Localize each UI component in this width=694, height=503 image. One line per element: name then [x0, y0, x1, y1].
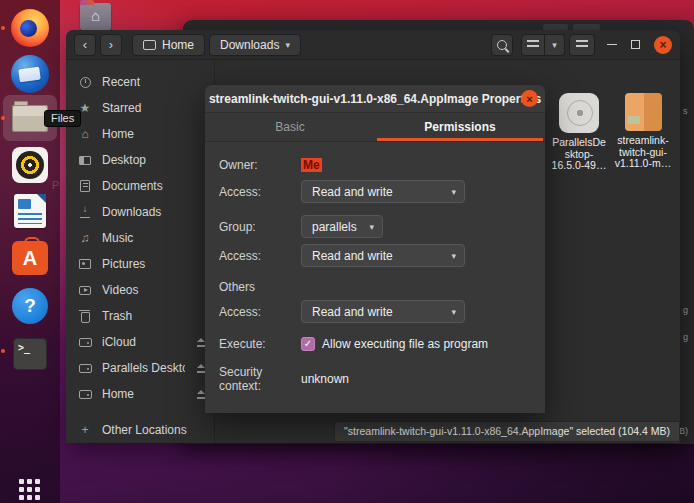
- owner-label: Owner:: [219, 158, 301, 172]
- path-home-button[interactable]: Home: [132, 34, 205, 56]
- clock-icon: [80, 77, 91, 88]
- view-toggle-group: ▾: [521, 34, 565, 56]
- owner-access-value: Read and write: [312, 185, 393, 199]
- forward-button[interactable]: ›: [100, 34, 122, 56]
- selection-status-bar: "streamlink-twitch-gui-v1.11.0-x86_64.Ap…: [334, 421, 680, 442]
- home-icon: ⌂: [78, 127, 92, 141]
- sidebar-item-documents[interactable]: Documents: [66, 173, 214, 199]
- execute-row: Execute: ✓ Allow executing file as progr…: [219, 337, 531, 351]
- sidebar-item-music[interactable]: ♫Music: [66, 225, 214, 251]
- chevron-down-icon: ▾: [285, 40, 290, 50]
- dock-item-libreoffice-writer[interactable]: [10, 191, 50, 231]
- tab-basic[interactable]: Basic: [205, 113, 375, 141]
- group-dropdown[interactable]: parallels ▾: [301, 215, 383, 238]
- dock-tooltip-files: Files: [44, 110, 81, 127]
- desktop-home-folder-icon[interactable]: [80, 3, 111, 30]
- owner-access-row: Access: Read and write ▾: [219, 180, 531, 203]
- show-applications-button[interactable]: [10, 470, 50, 503]
- list-view-button[interactable]: [521, 34, 545, 56]
- group-label: Group:: [219, 220, 301, 234]
- dialog-close-button[interactable]: ×: [521, 90, 538, 107]
- tab-permissions[interactable]: Permissions: [375, 113, 545, 141]
- file-label-line: v1.11.0-m…: [607, 158, 679, 170]
- sidebar-item-icloud[interactable]: iCloud: [66, 329, 214, 355]
- dock-item-firefox[interactable]: [10, 8, 50, 48]
- drive-icon: [79, 338, 92, 347]
- background-window-text-fragment: B): [679, 426, 688, 436]
- dialog-titlebar[interactable]: streamlink-twitch-gui-v1.11.0-x86_64.App…: [205, 85, 545, 113]
- sidebar-item-trash[interactable]: Trash: [66, 303, 214, 329]
- back-icon: ‹: [83, 37, 87, 52]
- sidebar-item-downloads[interactable]: Downloads: [66, 199, 214, 225]
- dock-item-terminal[interactable]: >_: [10, 334, 50, 374]
- rhythmbox-icon: [12, 147, 48, 183]
- drive-icon: [79, 390, 92, 399]
- execute-checkbox[interactable]: ✓: [301, 337, 315, 351]
- drive-icon: [79, 364, 92, 373]
- group-value: parallels: [312, 220, 357, 234]
- path-downloads-label: Downloads: [220, 38, 279, 52]
- group-row: Group: parallels ▾: [219, 215, 531, 238]
- file-item-streamlink-appimage[interactable]: streamlink- twitch-gui- v1.11.0-m…: [607, 93, 679, 170]
- file-label-line: 16.5.0-49…: [543, 160, 615, 172]
- sidebar-item-pictures[interactable]: Pictures: [66, 251, 214, 277]
- thunderbird-icon: [11, 55, 49, 93]
- dock-item-thunderbird[interactable]: [10, 54, 50, 94]
- properties-dialog: streamlink-twitch-gui-v1.11.0-x86_64.App…: [205, 85, 545, 413]
- others-access-dropdown[interactable]: Read and write ▾: [301, 300, 465, 323]
- computer-icon: [143, 40, 156, 50]
- sidebar-item-videos[interactable]: Videos: [66, 277, 214, 303]
- back-button[interactable]: ‹: [74, 34, 96, 56]
- others-access-row: Access: Read and write ▾: [219, 300, 531, 323]
- sidebar-item-home[interactable]: ⌂Home: [66, 121, 214, 147]
- firefox-icon: [11, 9, 49, 47]
- chevron-down-icon: ▾: [451, 187, 456, 197]
- desktop-icon: [79, 156, 91, 165]
- files-titlebar[interactable]: ‹ › Home Downloads ▾ ▾ ×: [66, 30, 680, 60]
- minimize-button[interactable]: [607, 44, 617, 46]
- help-icon: ?: [12, 288, 48, 324]
- others-access-label: Access:: [219, 305, 301, 319]
- sidebar-item-home-drive[interactable]: Home: [66, 381, 214, 407]
- sidebar-item-starred[interactable]: ★Starred: [66, 95, 214, 121]
- file-label-line: ParallelsDe: [543, 137, 615, 149]
- appimage-package-icon: [625, 93, 662, 131]
- path-downloads-button[interactable]: Downloads ▾: [209, 34, 301, 56]
- group-access-label: Access:: [219, 249, 301, 263]
- running-indicator: [1, 26, 5, 30]
- trash-icon: [81, 312, 90, 323]
- dock-item-ubuntu-software[interactable]: A: [10, 238, 50, 278]
- forward-icon: ›: [109, 37, 113, 52]
- others-access-value: Read and write: [312, 305, 393, 319]
- sidebar-item-parallels-desktop[interactable]: Parallels Desktop 16: [66, 355, 214, 381]
- group-access-dropdown[interactable]: Read and write ▾: [301, 244, 465, 267]
- chevron-down-icon: ▾: [369, 222, 374, 232]
- files-icon: [12, 105, 48, 132]
- list-view-icon: [527, 40, 539, 49]
- sidebar-item-desktop[interactable]: Desktop: [66, 147, 214, 173]
- plus-icon: +: [78, 423, 92, 437]
- dock-item-rhythmbox[interactable]: [10, 145, 50, 185]
- group-access-value: Read and write: [312, 249, 393, 263]
- security-context-label: Security context:: [219, 365, 301, 393]
- owner-row: Owner: Me: [219, 158, 531, 172]
- sidebar-item-other-locations[interactable]: +Other Locations: [66, 417, 214, 443]
- sidebar-item-recent[interactable]: Recent: [66, 69, 214, 95]
- search-button[interactable]: [491, 34, 513, 56]
- dock-item-help[interactable]: ?: [10, 286, 50, 326]
- picture-icon: [79, 259, 91, 269]
- libreoffice-writer-icon: [14, 194, 46, 228]
- view-options-button[interactable]: ▾: [545, 34, 565, 56]
- maximize-button[interactable]: [631, 40, 640, 49]
- document-icon: [80, 180, 90, 192]
- close-button[interactable]: ×: [654, 36, 672, 54]
- dialog-title: streamlink-twitch-gui-v1.11.0-x86_64.App…: [209, 92, 541, 106]
- group-access-row: Access: Read and write ▾: [219, 244, 531, 267]
- owner-access-dropdown[interactable]: Read and write ▾: [301, 180, 465, 203]
- security-context-value: unknown: [301, 372, 349, 386]
- menu-button[interactable]: [569, 34, 595, 56]
- file-item-parallels-desktop[interactable]: ParallelsDe sktop- 16.5.0-49…: [543, 93, 615, 172]
- ubuntu-software-icon: A: [12, 241, 48, 275]
- dock: A ? >_: [0, 0, 60, 503]
- execute-label: Execute:: [219, 337, 301, 351]
